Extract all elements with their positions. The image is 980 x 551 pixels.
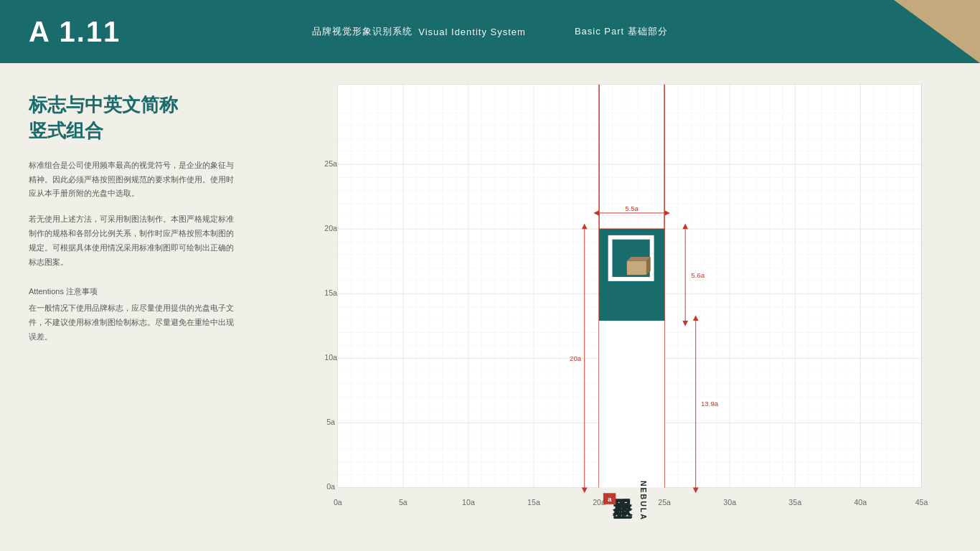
vis-label: Visual Identity System: [418, 27, 526, 37]
svg-text:35a: 35a: [788, 498, 801, 507]
svg-text:20a: 20a: [570, 354, 582, 362]
svg-marker-109: [693, 488, 699, 494]
section-label: Basic Part 基础部分: [575, 25, 668, 38]
header-center-label: 品牌视觉形象识别系统 Visual Identity System Basic …: [312, 25, 668, 38]
svg-text:NEBULA ECOLOGY: NEBULA ECOLOGY: [639, 481, 648, 522]
svg-text:25a: 25a: [324, 159, 337, 168]
svg-text:5a: 5a: [326, 418, 335, 426]
attention-title: Attentions 注意事项: [29, 286, 237, 297]
svg-text:a: a: [608, 495, 612, 503]
svg-text:5.6a: 5.6a: [691, 271, 705, 279]
svg-text:10a: 10a: [324, 353, 337, 362]
svg-text:5a: 5a: [399, 498, 407, 507]
svg-text:13.9a: 13.9a: [701, 400, 719, 408]
svg-rect-114: [627, 261, 646, 275]
corner-decoration: [894, 0, 980, 63]
svg-rect-117: [599, 321, 664, 488]
svg-text:0a: 0a: [326, 482, 335, 491]
left-panel: 标志与中英文简称竖式组合 标准组合是公司使用频率最高的视觉符号，是企业的象征与精…: [0, 63, 265, 551]
svg-text:25a: 25a: [658, 498, 671, 507]
diagram-area: 0a 5a 10a 15a 20a 25a 0a 5a 10a 15a 20a …: [265, 63, 980, 551]
svg-text:5.5a: 5.5a: [625, 204, 639, 212]
page-number: A 1.11: [29, 16, 121, 48]
main-content: 标志与中英文简称竖式组合 标准组合是公司使用频率最高的视觉符号，是企业的象征与精…: [0, 63, 980, 551]
svg-text:30a: 30a: [723, 498, 736, 507]
svg-marker-105: [582, 488, 588, 494]
page-header: A 1.11 品牌视觉形象识别系统 Visual Identity System…: [0, 0, 980, 63]
svg-text:15a: 15a: [527, 498, 540, 507]
svg-text:40a: 40a: [854, 498, 867, 507]
svg-text:10a: 10a: [462, 498, 475, 507]
description-1: 标准组合是公司使用频率最高的视觉符号，是企业的象征与精神。因此必须严格按照图例规…: [29, 159, 237, 201]
svg-text:15a: 15a: [324, 288, 337, 297]
diagram-svg: 0a 5a 10a 15a 20a 25a 0a 5a 10a 15a 20a …: [280, 77, 966, 522]
brand-label: 品牌视觉形象识别系统: [312, 25, 413, 38]
attention-text: 在一般情况下使用品牌标志，应尽量使用提供的光盘电子文件，不建议使用标准制图绘制标…: [29, 301, 237, 344]
svg-text:45a: 45a: [915, 498, 928, 507]
svg-text:20a: 20a: [324, 224, 337, 232]
svg-text:0a: 0a: [334, 498, 342, 507]
description-2: 若无使用上述方法，可采用制图法制作。本图严格规定标准制作的规格和各部分比例关系，…: [29, 212, 237, 269]
page-title: 标志与中英文简称竖式组合: [29, 92, 237, 144]
